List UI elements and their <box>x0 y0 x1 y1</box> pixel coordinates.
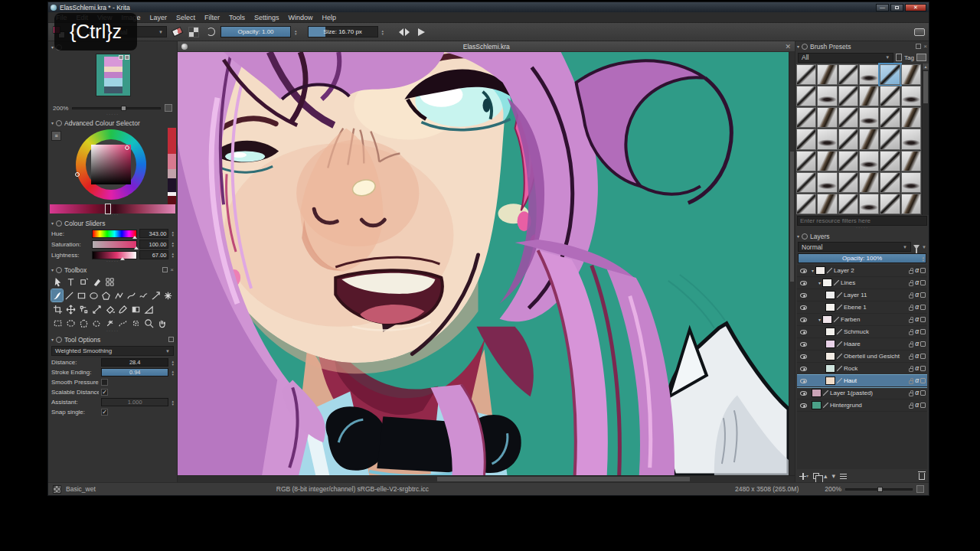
canvas-area[interactable] <box>178 52 789 475</box>
tag-button[interactable]: Tag <box>904 54 914 61</box>
visibility-eye-icon[interactable] <box>800 379 807 383</box>
layer-opacity-slider[interactable]: Opacity: 100% ▴▾ <box>798 253 926 263</box>
visibility-eye-icon[interactable] <box>800 330 807 334</box>
document-tab-bar[interactable]: ElasSchlemi.kra ✕ <box>178 41 795 52</box>
spin-arrows[interactable]: ▴▾ <box>172 399 174 406</box>
brush-preset[interactable] <box>880 129 900 149</box>
rectangle-tool[interactable] <box>76 289 87 302</box>
layer-style-icon[interactable] <box>920 292 926 298</box>
brush-preset[interactable] <box>838 194 858 214</box>
layer-properties-button[interactable] <box>840 474 847 479</box>
layer-row[interactable]: Layer 1(pasted)α <box>797 387 927 399</box>
lock-icon[interactable] <box>909 282 913 286</box>
dynamic-brush-tool[interactable] <box>150 289 162 302</box>
visibility-eye-icon[interactable] <box>800 281 807 285</box>
filter-funnel-icon[interactable] <box>913 245 920 249</box>
opacity-spinbox[interactable]: Opacity: 1.00 <box>220 26 291 37</box>
brush-preset[interactable] <box>859 194 879 214</box>
brush-preset[interactable] <box>796 64 816 85</box>
canvas-artwork[interactable] <box>178 52 789 475</box>
chevron-down-icon[interactable]: ▼ <box>922 245 926 249</box>
workspace-chooser-button[interactable] <box>914 28 925 36</box>
brush-presets-header[interactable]: ▾ Brush Presets × <box>795 41 929 51</box>
visibility-eye-icon[interactable] <box>800 367 807 371</box>
brush-preset[interactable] <box>796 151 816 171</box>
layer-row[interactable]: Hintergrundα <box>797 399 927 412</box>
brush-preset[interactable] <box>838 107 858 128</box>
visibility-eye-icon[interactable] <box>800 269 807 273</box>
lock-icon[interactable] <box>909 270 913 274</box>
reset-button[interactable] <box>204 25 217 39</box>
move-layer-up-button[interactable]: ▴ <box>824 473 828 480</box>
ellipse-tool[interactable] <box>88 289 100 302</box>
slider-value[interactable]: 67.00 <box>139 250 168 259</box>
zoom-tool[interactable] <box>142 317 155 329</box>
layer-style-icon[interactable] <box>920 268 926 273</box>
slider-track[interactable] <box>92 251 137 259</box>
spin-arrows[interactable]: ▴▾ <box>172 241 174 247</box>
spin-arrows[interactable]: ▴▾ <box>172 230 174 236</box>
brush-preset[interactable] <box>838 172 858 193</box>
visibility-eye-icon[interactable] <box>800 305 807 310</box>
lock-icon[interactable] <box>909 380 913 384</box>
close-docker-icon[interactable]: × <box>923 44 927 50</box>
layer-row[interactable]: Oberteil und Gesichtα <box>797 350 927 363</box>
layer-style-icon[interactable] <box>920 403 926 408</box>
visibility-eye-icon[interactable] <box>800 354 807 359</box>
spin-arrows[interactable]: ▴▾ <box>922 256 924 262</box>
scroll-up-icon[interactable]: ▲ <box>923 64 929 70</box>
menu-settings[interactable]: Settings <box>250 14 284 21</box>
alpha-lock-icon[interactable]: α <box>915 328 919 335</box>
select-ellipse-tool[interactable] <box>64 317 77 329</box>
brush-preset[interactable] <box>838 129 858 149</box>
maximize-button[interactable] <box>890 4 903 11</box>
freehand-path-tool[interactable] <box>138 289 149 302</box>
visibility-eye-icon[interactable] <box>800 293 807 298</box>
scrollbar-thumb[interactable] <box>923 71 928 103</box>
slider-track[interactable] <box>92 230 137 238</box>
move-layer-down-button[interactable]: ▾ <box>832 473 836 480</box>
smooth-pressure-checkbox[interactable] <box>101 379 108 386</box>
scrollbar-thumb[interactable] <box>437 477 690 481</box>
saturation-value-square[interactable] <box>91 145 131 184</box>
scrollbar-thumb[interactable] <box>790 152 794 282</box>
measure-tool[interactable] <box>90 303 103 315</box>
menu-filter[interactable]: Filter <box>200 14 224 21</box>
brush-preset[interactable] <box>859 64 879 85</box>
color-sliders-header[interactable]: ▾ Colour Sliders <box>50 218 175 228</box>
brush-preset[interactable] <box>859 151 879 171</box>
alpha-lock-icon[interactable]: α <box>915 390 919 396</box>
close-docker-icon[interactable]: × <box>170 267 174 273</box>
menu-window[interactable]: Window <box>283 14 317 21</box>
select-rect-tool[interactable] <box>51 317 64 329</box>
slider-marker[interactable] <box>132 236 137 239</box>
visibility-eye-icon[interactable] <box>800 391 807 396</box>
brush-preset[interactable] <box>796 107 816 128</box>
layer-style-icon[interactable] <box>920 280 926 285</box>
bezier-tool[interactable] <box>126 289 137 302</box>
lock-icon[interactable] <box>909 295 913 298</box>
size-spinbox[interactable]: Size: 16.70 px <box>308 26 378 37</box>
alpha-lock-icon[interactable]: α <box>915 292 919 298</box>
brush-preset[interactable] <box>817 194 837 214</box>
lock-icon[interactable] <box>909 393 913 396</box>
brush-preset[interactable] <box>817 172 837 193</box>
layer-row[interactable]: Haareα <box>797 338 927 350</box>
lock-icon[interactable] <box>909 331 913 335</box>
opacity-spin-arrows[interactable]: ▴▾ <box>295 29 297 35</box>
polygon-tool[interactable] <box>100 289 112 302</box>
brush-preset[interactable] <box>880 86 900 106</box>
overview-thumbnail[interactable] <box>96 54 131 96</box>
canvas-horizontal-scrollbar[interactable] <box>178 475 795 482</box>
menu-layer[interactable]: Layer <box>145 14 172 21</box>
brush-preset[interactable] <box>796 129 816 149</box>
brush-preset[interactable] <box>880 107 900 128</box>
assistant-field[interactable]: 1.000 <box>101 398 168 406</box>
brush-preset[interactable] <box>796 172 816 193</box>
toolbox-header[interactable]: ▾ Toolbox × <box>50 265 175 275</box>
menu-tools[interactable]: Tools <box>224 14 250 21</box>
group-chevron-icon[interactable]: ▾ <box>812 268 814 273</box>
document-close-icon[interactable]: ✕ <box>785 43 791 51</box>
lock-icon[interactable] <box>909 405 913 409</box>
spin-arrows[interactable]: ▴▾ <box>172 360 174 366</box>
